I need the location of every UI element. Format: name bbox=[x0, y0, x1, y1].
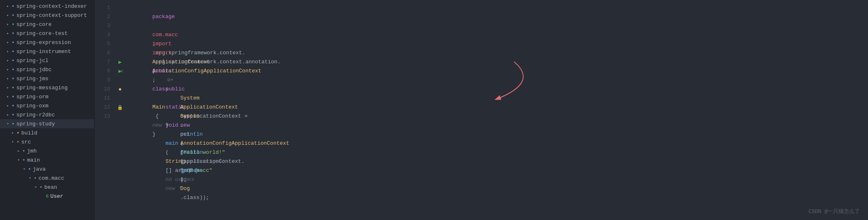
sidebar-item-main[interactable]: ▪ main bbox=[0, 155, 94, 164]
gutter-line-6 bbox=[115, 49, 125, 58]
folder-icon: ▪ bbox=[12, 67, 15, 73]
editor-gutter: ▶ ▶ ⚙ ● 🔒 bbox=[115, 3, 125, 217]
sidebar-item-label: spring-instrument bbox=[16, 49, 91, 55]
sidebar-item-spring-core[interactable]: ▪ spring-core bbox=[0, 20, 94, 29]
code-line-10: ApplicationContext applicationContext = … bbox=[125, 94, 868, 103]
indent-icon: ⚙▾ bbox=[167, 77, 174, 83]
arrow-icon bbox=[7, 58, 12, 63]
keyword-public: public bbox=[165, 86, 185, 92]
folder-icon: ▪ bbox=[12, 121, 15, 127]
run-button-7[interactable]: ▶ bbox=[118, 59, 122, 65]
sidebar-item-spring-jms[interactable]: ▪ spring-jms bbox=[0, 74, 94, 83]
code-content: package com.macc ; import org.springfram… bbox=[125, 3, 868, 217]
sidebar-item-com-macc[interactable]: ▪ com.macc bbox=[0, 174, 94, 183]
sidebar-item-spring-jcl[interactable]: ▪ spring-jcl bbox=[0, 56, 94, 65]
type-annot-ctx: AnnotationConfigApplicationContext bbox=[180, 140, 289, 146]
sidebar-item-spring-study[interactable]: ▪ spring-study bbox=[0, 119, 94, 128]
sidebar-item-label: spring-jcl bbox=[16, 58, 91, 64]
gutter-line-5 bbox=[115, 39, 125, 49]
arrow-icon bbox=[12, 139, 16, 144]
sidebar-item-user-file[interactable]: C User bbox=[0, 192, 94, 201]
keyword-package: package bbox=[152, 14, 175, 20]
code-area: 1 2 3 4 5 6 7 8 9 10 11 12 13 ▶ ▶ bbox=[95, 0, 868, 220]
class-system: System bbox=[180, 113, 199, 119]
method-println: println bbox=[180, 149, 203, 155]
gutter-line-3 bbox=[115, 21, 125, 30]
sidebar-item-spring-context-indexer[interactable]: ▪ spring-context-indexer bbox=[0, 2, 94, 11]
gutter-line-7[interactable]: ▶ bbox=[115, 58, 125, 67]
arrow-icon bbox=[12, 130, 16, 135]
arrow-icon bbox=[7, 103, 12, 108]
code-text: . bbox=[180, 122, 183, 128]
arrow-icon bbox=[7, 112, 12, 117]
sidebar-item-bean[interactable]: ▪ bean bbox=[0, 183, 94, 192]
arrow-icon bbox=[17, 148, 22, 153]
folder-icon: ▪ bbox=[12, 30, 15, 37]
code-line-8: public static void main ( String [] args… bbox=[125, 76, 868, 85]
line-numbers: 1 2 3 4 5 6 7 8 9 10 11 12 13 bbox=[95, 3, 115, 217]
sidebar-item-label: User bbox=[51, 193, 91, 199]
sidebar-item-spring-instrument[interactable]: ▪ spring-instrument bbox=[0, 47, 94, 56]
folder-icon: ▪ bbox=[12, 49, 15, 55]
code-text: ( bbox=[180, 176, 183, 183]
arrow-icon bbox=[7, 76, 12, 81]
gutter-line-2 bbox=[115, 12, 125, 21]
sidebar-item-label: spring-context-support bbox=[16, 12, 91, 19]
import-keyword: import bbox=[152, 50, 171, 56]
arrow-icon bbox=[7, 31, 12, 36]
folder-icon: ▪ bbox=[12, 85, 15, 91]
sidebar-item-label: build bbox=[21, 130, 91, 136]
sidebar-item-spring-expression[interactable]: ▪ spring-expression bbox=[0, 38, 94, 47]
sidebar-item-label: main bbox=[27, 157, 91, 163]
file-tree[interactable]: ▪ spring-context-indexer ▪ spring-contex… bbox=[0, 0, 95, 220]
arrow-icon bbox=[23, 167, 28, 171]
sidebar-item-build[interactable]: ▪ build bbox=[0, 128, 94, 137]
code-text: . bbox=[180, 140, 183, 146]
sidebar-item-label: java bbox=[33, 166, 91, 172]
sidebar-item-label: spring-context-indexer bbox=[16, 3, 91, 9]
folder-icon: ▪ bbox=[12, 3, 15, 9]
sidebar-item-java[interactable]: ▪ java bbox=[0, 164, 94, 174]
sidebar-item-spring-messaging[interactable]: ▪ spring-messaging bbox=[0, 83, 94, 92]
arrow-icon bbox=[7, 4, 12, 9]
sidebar-item-jmh[interactable]: ▪ jmh bbox=[0, 146, 94, 155]
sidebar-item-spring-jdbc[interactable]: ▪ spring-jdbc bbox=[0, 65, 94, 74]
sidebar-item-spring-oxm[interactable]: ▪ spring-oxm bbox=[0, 101, 94, 110]
code-text: .class)); bbox=[180, 195, 209, 201]
import-keyword: import bbox=[152, 41, 171, 47]
gutter-line-10: ● bbox=[115, 85, 125, 94]
close-brace: } bbox=[165, 122, 169, 128]
sidebar-item-spring-orm[interactable]: ▪ spring-orm bbox=[0, 92, 94, 101]
warning-icon-10[interactable]: ● bbox=[118, 86, 122, 93]
folder-icon: ▪ bbox=[12, 112, 15, 118]
sidebar-item-src[interactable]: ▪ src bbox=[0, 137, 94, 146]
gutter-line-13 bbox=[115, 112, 125, 121]
code-line-5: import org.springframework.context.annot… bbox=[125, 39, 868, 49]
gutter-line-1 bbox=[115, 3, 125, 12]
sidebar-item-label: spring-expression bbox=[16, 39, 91, 46]
arrow-icon bbox=[7, 85, 12, 90]
sidebar-item-label: jmh bbox=[27, 148, 91, 154]
sidebar-item-label: spring-jms bbox=[16, 76, 91, 82]
watermark: CSDN @一只猫怎么了 bbox=[808, 208, 860, 215]
type-appctx: ApplicationContext bbox=[180, 104, 238, 110]
sidebar-item-spring-core-test[interactable]: ▪ spring-core-test bbox=[0, 29, 94, 38]
gutter-line-8[interactable]: ▶ ⚙ bbox=[115, 67, 125, 76]
close-brace-outer: } bbox=[152, 131, 155, 137]
folder-icon: ▪ bbox=[16, 130, 20, 136]
sidebar-item-spring-r2dbc[interactable]: ▪ spring-r2dbc bbox=[0, 110, 94, 119]
folder-icon: ▪ bbox=[12, 12, 15, 19]
sidebar-item-label: spring-r2dbc bbox=[16, 112, 91, 118]
sidebar-item-label: bean bbox=[44, 184, 91, 190]
arrow-icon bbox=[17, 157, 22, 162]
sidebar-item-spring-context-support[interactable]: ▪ spring-context-support bbox=[0, 11, 94, 20]
code-text bbox=[152, 23, 155, 29]
sidebar-item-label: spring-messaging bbox=[16, 85, 91, 91]
method-getbean: getBean bbox=[180, 167, 203, 174]
sidebar-item-label: spring-core-test bbox=[16, 30, 91, 37]
java-file-icon: C bbox=[46, 194, 49, 199]
folder-icon: ▪ bbox=[34, 175, 37, 181]
gutter-line-12: 🔒 bbox=[115, 103, 125, 112]
gutter-line-9 bbox=[115, 76, 125, 85]
folder-icon: ▪ bbox=[39, 184, 43, 190]
